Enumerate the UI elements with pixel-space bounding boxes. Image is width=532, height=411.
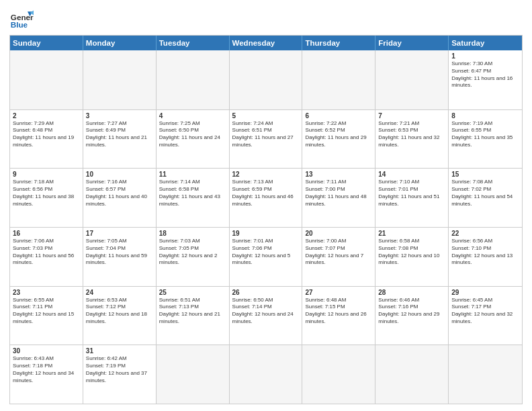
week-row-6: 30Sunrise: 6:43 AM Sunset: 7:18 PM Dayli… [10, 345, 522, 404]
day-number: 31 [86, 347, 153, 355]
cell-info: Sunrise: 7:22 AM Sunset: 6:52 PM Dayligh… [305, 120, 372, 149]
cal-cell: 11Sunrise: 7:14 AM Sunset: 6:58 PM Dayli… [157, 169, 230, 227]
cell-info: Sunrise: 6:45 AM Sunset: 7:17 PM Dayligh… [451, 297, 519, 326]
cell-info: Sunrise: 7:19 AM Sunset: 6:55 PM Dayligh… [451, 120, 519, 149]
cal-cell: 25Sunrise: 6:51 AM Sunset: 7:13 PM Dayli… [157, 287, 230, 345]
cal-cell: 23Sunrise: 6:55 AM Sunset: 7:11 PM Dayli… [10, 287, 83, 345]
cal-cell [375, 50, 449, 109]
week-row-2: 2Sunrise: 7:29 AM Sunset: 6:48 PM Daylig… [10, 109, 522, 169]
cell-info: Sunrise: 6:58 AM Sunset: 7:08 PM Dayligh… [378, 238, 445, 267]
cal-cell: 20Sunrise: 7:00 AM Sunset: 7:07 PM Dayli… [302, 228, 375, 286]
day-number: 1 [451, 52, 519, 60]
cal-cell: 24Sunrise: 6:53 AM Sunset: 7:12 PM Dayli… [83, 287, 157, 345]
day-number: 10 [86, 171, 153, 178]
cell-info: Sunrise: 7:24 AM Sunset: 6:51 PM Dayligh… [232, 120, 300, 149]
day-number: 4 [159, 112, 226, 120]
week-row-1: 1Sunrise: 7:30 AM Sunset: 6:47 PM Daylig… [10, 50, 522, 109]
cal-cell: 7Sunrise: 7:21 AM Sunset: 6:53 PM Daylig… [375, 110, 449, 169]
cal-cell [157, 345, 230, 404]
cal-cell: 1Sunrise: 7:30 AM Sunset: 6:47 PM Daylig… [449, 50, 522, 109]
day-number: 19 [232, 230, 300, 237]
cal-cell [449, 345, 522, 404]
day-number: 22 [451, 230, 519, 237]
day-number: 15 [451, 171, 519, 178]
cal-cell: 3Sunrise: 7:27 AM Sunset: 6:49 PM Daylig… [83, 110, 157, 169]
header-day-wednesday: Wednesday [230, 36, 303, 50]
cell-info: Sunrise: 7:11 AM Sunset: 7:00 PM Dayligh… [305, 179, 372, 208]
day-number: 27 [305, 289, 372, 296]
cal-cell: 18Sunrise: 7:03 AM Sunset: 7:05 PM Dayli… [157, 228, 230, 286]
cell-info: Sunrise: 6:53 AM Sunset: 7:12 PM Dayligh… [86, 297, 153, 326]
day-number: 8 [451, 112, 519, 120]
day-number: 11 [159, 171, 226, 178]
cell-info: Sunrise: 7:25 AM Sunset: 6:50 PM Dayligh… [159, 120, 226, 149]
header-day-thursday: Thursday [302, 36, 375, 50]
cell-info: Sunrise: 7:29 AM Sunset: 6:48 PM Dayligh… [13, 120, 80, 149]
cell-info: Sunrise: 6:48 AM Sunset: 7:15 PM Dayligh… [305, 297, 372, 326]
cal-cell: 10Sunrise: 7:16 AM Sunset: 6:57 PM Dayli… [83, 169, 157, 227]
cell-info: Sunrise: 7:01 AM Sunset: 7:06 PM Dayligh… [232, 238, 300, 267]
day-number: 5 [232, 112, 300, 120]
cell-info: Sunrise: 6:46 AM Sunset: 7:16 PM Dayligh… [378, 297, 445, 326]
header-day-saturday: Saturday [449, 36, 522, 50]
cal-cell [230, 345, 303, 404]
calendar-header: SundayMondayTuesdayWednesdayThursdayFrid… [10, 36, 522, 50]
top-section: General Blue [9, 7, 523, 31]
header-day-friday: Friday [375, 36, 449, 50]
day-number: 16 [13, 230, 80, 237]
cell-info: Sunrise: 7:00 AM Sunset: 7:07 PM Dayligh… [305, 238, 372, 267]
cell-info: Sunrise: 7:18 AM Sunset: 6:56 PM Dayligh… [13, 179, 80, 208]
cell-info: Sunrise: 7:06 AM Sunset: 7:03 PM Dayligh… [13, 238, 80, 267]
cal-cell [302, 345, 375, 404]
header-day-tuesday: Tuesday [157, 36, 230, 50]
header-day-monday: Monday [83, 36, 157, 50]
logo: General Blue [9, 7, 34, 31]
day-number: 14 [378, 171, 445, 178]
cal-cell: 26Sunrise: 6:50 AM Sunset: 7:14 PM Dayli… [230, 287, 303, 345]
cell-info: Sunrise: 7:03 AM Sunset: 7:05 PM Dayligh… [159, 238, 226, 267]
day-number: 12 [232, 171, 300, 178]
cell-info: Sunrise: 7:05 AM Sunset: 7:04 PM Dayligh… [86, 238, 153, 267]
day-number: 2 [13, 112, 80, 120]
cell-info: Sunrise: 7:08 AM Sunset: 7:02 PM Dayligh… [451, 179, 519, 208]
cal-cell: 27Sunrise: 6:48 AM Sunset: 7:15 PM Dayli… [302, 287, 375, 345]
cal-cell: 19Sunrise: 7:01 AM Sunset: 7:06 PM Dayli… [230, 228, 303, 286]
cal-cell: 14Sunrise: 7:10 AM Sunset: 7:01 PM Dayli… [375, 169, 449, 227]
cal-cell: 21Sunrise: 6:58 AM Sunset: 7:08 PM Dayli… [375, 228, 449, 286]
cell-info: Sunrise: 7:14 AM Sunset: 6:58 PM Dayligh… [159, 179, 226, 208]
cell-info: Sunrise: 7:16 AM Sunset: 6:57 PM Dayligh… [86, 179, 153, 208]
cal-cell: 22Sunrise: 6:56 AM Sunset: 7:10 PM Dayli… [449, 228, 522, 286]
cell-info: Sunrise: 6:42 AM Sunset: 7:19 PM Dayligh… [86, 355, 153, 384]
cell-info: Sunrise: 6:43 AM Sunset: 7:18 PM Dayligh… [13, 355, 80, 384]
cal-cell [83, 50, 157, 109]
cell-info: Sunrise: 7:21 AM Sunset: 6:53 PM Dayligh… [378, 120, 445, 149]
day-number: 21 [378, 230, 445, 237]
cal-cell: 15Sunrise: 7:08 AM Sunset: 7:02 PM Dayli… [449, 169, 522, 227]
cal-cell: 6Sunrise: 7:22 AM Sunset: 6:52 PM Daylig… [302, 110, 375, 169]
cal-cell: 30Sunrise: 6:43 AM Sunset: 7:18 PM Dayli… [10, 345, 83, 404]
cal-cell [157, 50, 230, 109]
cal-cell: 17Sunrise: 7:05 AM Sunset: 7:04 PM Dayli… [83, 228, 157, 286]
cal-cell: 2Sunrise: 7:29 AM Sunset: 6:48 PM Daylig… [10, 110, 83, 169]
header-day-sunday: Sunday [10, 36, 83, 50]
logo-icon: General Blue [9, 7, 34, 31]
cal-cell: 4Sunrise: 7:25 AM Sunset: 6:50 PM Daylig… [157, 110, 230, 169]
day-number: 9 [13, 171, 80, 178]
cal-cell: 13Sunrise: 7:11 AM Sunset: 7:00 PM Dayli… [302, 169, 375, 227]
day-number: 28 [378, 289, 445, 296]
cal-cell: 28Sunrise: 6:46 AM Sunset: 7:16 PM Dayli… [375, 287, 449, 345]
day-number: 25 [159, 289, 226, 296]
day-number: 6 [305, 112, 372, 120]
cal-cell: 16Sunrise: 7:06 AM Sunset: 7:03 PM Dayli… [10, 228, 83, 286]
week-row-4: 16Sunrise: 7:06 AM Sunset: 7:03 PM Dayli… [10, 227, 522, 286]
calendar: SundayMondayTuesdayWednesdayThursdayFrid… [9, 35, 523, 404]
day-number: 3 [86, 112, 153, 120]
day-number: 29 [451, 289, 519, 296]
day-number: 18 [159, 230, 226, 237]
day-number: 30 [13, 347, 80, 355]
day-number: 7 [378, 112, 445, 120]
day-number: 17 [86, 230, 153, 237]
cell-info: Sunrise: 6:50 AM Sunset: 7:14 PM Dayligh… [232, 297, 300, 326]
calendar-body: 1Sunrise: 7:30 AM Sunset: 6:47 PM Daylig… [10, 50, 522, 404]
cell-info: Sunrise: 7:13 AM Sunset: 6:59 PM Dayligh… [232, 179, 300, 208]
